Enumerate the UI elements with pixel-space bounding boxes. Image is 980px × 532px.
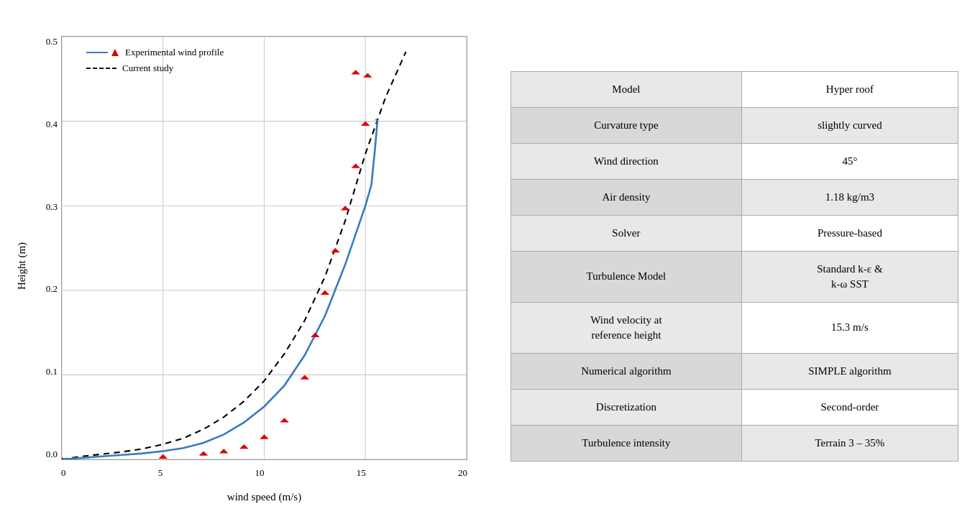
y-tick-3: 0.2: [46, 283, 58, 295]
table-row: Model Hyper roof: [511, 71, 958, 107]
table-row: Curvature type slightly curved: [511, 107, 958, 143]
row-value: 1.18 kg/m3: [741, 179, 958, 215]
row-value: Hyper roof: [741, 71, 958, 107]
row-label: Turbulence intensity: [511, 425, 742, 461]
x-tick-3: 15: [357, 467, 366, 479]
y-axis-labels: 0.5 0.4 0.3 0.2 0.1 0.0: [29, 36, 58, 460]
row-label: Model: [511, 71, 742, 107]
x-tick-1: 5: [158, 467, 163, 479]
row-label: Curvature type: [511, 107, 742, 143]
svg-marker-13: [199, 451, 209, 455]
svg-marker-26: [351, 70, 360, 74]
chart-area: Height (m) 0.5 0.4 0.3 0.2 0.1 0.0: [22, 22, 482, 510]
svg-marker-17: [280, 418, 289, 422]
table-row: Discretization Second-order: [511, 389, 958, 425]
svg-marker-15: [239, 444, 249, 449]
row-value: Pressure-based: [741, 215, 958, 251]
chart-svg: [62, 37, 467, 459]
table-row: Solver Pressure-based: [511, 215, 958, 251]
svg-marker-27: [111, 49, 119, 56]
table-row: Wind velocity atreference height 15.3 m/…: [511, 302, 958, 353]
legend-current-study-label: Current study: [122, 63, 173, 74]
chart-plot-area: [61, 36, 467, 460]
svg-marker-20: [321, 290, 330, 295]
row-value: slightly curved: [741, 107, 958, 143]
svg-marker-12: [158, 454, 168, 459]
table-row: Air density 1.18 kg/m3: [511, 179, 958, 215]
row-value: Terrain 3 – 35%: [741, 425, 958, 461]
x-tick-4: 20: [458, 467, 467, 479]
row-value: Standard k-ε &k-ω SST: [741, 251, 958, 302]
y-tick-0: 0.5: [46, 36, 58, 47]
svg-marker-24: [361, 121, 370, 126]
table-row: Wind direction 45°: [511, 143, 958, 179]
row-value: Second-order: [741, 389, 958, 425]
row-label: Numerical algorithm: [511, 353, 742, 389]
row-label: Solver: [511, 215, 742, 251]
main-container: Height (m) 0.5 0.4 0.3 0.2 0.1 0.0: [0, 0, 980, 532]
y-tick-1: 0.4: [46, 119, 58, 130]
row-label: Air density: [511, 179, 742, 215]
properties-table: Model Hyper roof Curvature type slightly…: [510, 71, 958, 462]
legend-experimental-label: Experimental wind profile: [125, 47, 224, 58]
legend-experimental: Experimental wind profile: [86, 47, 224, 58]
table-row: Turbulence Model Standard k-ε &k-ω SST: [511, 251, 958, 302]
svg-marker-23: [351, 163, 360, 168]
row-label: Discretization: [511, 389, 742, 425]
table-row: Turbulence intensity Terrain 3 – 35%: [511, 425, 958, 461]
row-label: Wind direction: [511, 143, 742, 179]
row-value: 45°: [741, 143, 958, 179]
x-tick-0: 0: [61, 467, 66, 479]
x-tick-2: 10: [255, 467, 265, 479]
y-tick-5: 0.0: [46, 449, 58, 460]
table-row: Numerical algorithm SIMPLE algorithm: [511, 353, 958, 389]
row-value: 15.3 m/s: [741, 302, 958, 353]
chart-legend: Experimental wind profile Current study: [86, 47, 224, 78]
x-axis-labels: 0 5 10 15 20: [61, 467, 467, 479]
y-tick-2: 0.3: [46, 201, 58, 213]
row-value: SIMPLE algorithm: [741, 353, 958, 389]
x-axis-label: wind speed (m/s): [61, 491, 467, 503]
legend-current-study: Current study: [86, 63, 224, 74]
svg-marker-19: [311, 333, 320, 337]
row-label: Turbulence Model: [511, 251, 742, 302]
svg-marker-18: [301, 375, 310, 379]
svg-marker-14: [219, 449, 229, 453]
svg-marker-25: [363, 73, 372, 77]
svg-marker-16: [260, 434, 269, 439]
svg-marker-21: [331, 248, 340, 252]
table-area: Model Hyper roof Curvature type slightly…: [510, 22, 958, 510]
y-tick-4: 0.1: [46, 366, 58, 377]
svg-marker-22: [341, 206, 350, 210]
y-axis-label: Height (m): [16, 242, 28, 290]
row-label: Wind velocity atreference height: [511, 302, 742, 353]
